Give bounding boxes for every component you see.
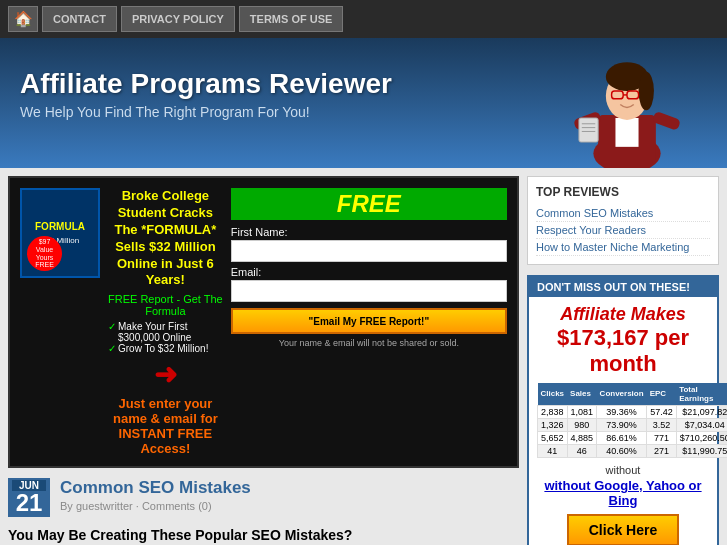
site-header: Affiliate Programs Reviewer We Help You … [0, 38, 727, 168]
earnings-cell-0-3: 57.42 [647, 405, 677, 418]
arrow-icon: ➜ [154, 359, 177, 390]
earnings-cell-1-4: $7,034.04 [676, 418, 727, 431]
article-title-area: Common SEO Mistakes By guestwritter · Co… [60, 478, 519, 512]
top-reviews-title: TOP REVIEWS [536, 185, 710, 199]
earnings-cell-1-0: 1,326 [538, 418, 568, 431]
svg-rect-11 [579, 118, 598, 142]
article-header: JUN 21 Common SEO Mistakes By guestwritt… [8, 478, 519, 517]
article-body: You May Be Creating These Popular SEO Mi… [8, 525, 519, 545]
privacy-link[interactable]: PRIVACY POLICY [121, 6, 235, 32]
email-label: Email: [231, 266, 507, 278]
without-text: without [537, 464, 709, 476]
promo-headline: Broke College Student Cracks The *FORMUL… [108, 188, 223, 289]
top-review-3[interactable]: How to Master Niche Marketing [536, 239, 710, 256]
click-here-button[interactable]: Click Here [567, 514, 679, 545]
value-badge: $97ValueYoursFREE [27, 236, 62, 271]
promo-points: Make Your First $300,000 Online Grow To … [108, 321, 223, 354]
article-title[interactable]: Common SEO Mistakes [60, 478, 519, 498]
earnings-cell-0-4: $21,097.82 [676, 405, 727, 418]
promo-book-image: FORMULA $32 Million $97ValueYoursFREE [20, 188, 100, 278]
earnings-cell-1-2: 73.90% [597, 418, 647, 431]
promo-cta-text: Just enter your name & email for INSTANT… [108, 396, 223, 456]
top-review-1[interactable]: Common SEO Mistakes [536, 205, 710, 222]
promo-subhead: FREE Report - Get The Formula [108, 293, 223, 317]
earnings-cell-3-3: 271 [647, 444, 677, 457]
earnings-table: Clicks Sales Conversion EPC Total Earnin… [537, 383, 727, 458]
home-icon: 🏠 [14, 10, 33, 28]
promo-right: FREE First Name: Email: "Email My FREE R… [231, 188, 507, 348]
col-earnings: Total Earnings [676, 383, 727, 406]
svg-rect-2 [615, 118, 638, 147]
promo-point-2: Grow To $32 Million! [108, 343, 223, 354]
col-conv: Conversion [597, 383, 647, 406]
first-name-input[interactable] [231, 240, 507, 262]
mascot-figure [567, 43, 687, 168]
svg-point-5 [639, 72, 654, 110]
first-name-label: First Name: [231, 226, 507, 238]
earnings-cell-3-1: 46 [567, 444, 597, 457]
dont-miss-header: DON'T MISS OUT ON THESE! [529, 277, 717, 297]
left-content: FORMULA $32 Million $97ValueYoursFREE Br… [8, 176, 519, 545]
free-badge: FREE [231, 188, 507, 220]
earnings-cell-0-1: 1,081 [567, 405, 597, 418]
earnings-cell-3-0: 41 [538, 444, 568, 457]
dont-miss-content: Affiliate Makes $173,167 per month Click… [529, 297, 717, 545]
contact-link[interactable]: CONTACT [42, 6, 117, 32]
col-epc: EPC [647, 383, 677, 406]
earnings-cell-3-2: 40.60% [597, 444, 647, 457]
top-reviews-list: Common SEO Mistakes Respect Your Readers… [536, 205, 710, 256]
earnings-cell-3-4: $11,990.75 [676, 444, 727, 457]
earnings-cell-2-0: 5,652 [538, 431, 568, 444]
promo-disclaimer: Your name & email will not be shared or … [231, 338, 507, 348]
svg-rect-10 [652, 111, 681, 131]
main-container: FORMULA $32 Million $97ValueYoursFREE Br… [0, 168, 727, 545]
earnings-cell-1-1: 980 [567, 418, 597, 431]
article-meta: By guestwritter · Comments (0) [60, 500, 519, 512]
submit-button[interactable]: "Email My FREE Report!" [231, 308, 507, 334]
col-clicks: Clicks [538, 383, 568, 406]
earnings-cell-0-2: 39.36% [597, 405, 647, 418]
dont-miss-box: DON'T MISS OUT ON THESE! Affiliate Makes… [527, 275, 719, 545]
top-reviews-box: TOP REVIEWS Common SEO Mistakes Respect … [527, 176, 719, 265]
article-day: 21 [16, 489, 43, 516]
terms-link[interactable]: TERMS OF USE [239, 6, 344, 32]
navigation: 🏠 CONTACT PRIVACY POLICY TERMS OF USE [0, 0, 727, 38]
earnings-cell-2-2: 86.61% [597, 431, 647, 444]
promo-center: Broke College Student Cracks The *FORMUL… [108, 188, 223, 456]
col-sales: Sales [567, 383, 597, 406]
earnings-cell-1-3: 3.52 [647, 418, 677, 431]
email-input[interactable] [231, 280, 507, 302]
top-review-2[interactable]: Respect Your Readers [536, 222, 710, 239]
promo-box: FORMULA $32 Million $97ValueYoursFREE Br… [8, 176, 519, 468]
home-button[interactable]: 🏠 [8, 6, 38, 32]
date-badge: JUN 21 [8, 478, 50, 517]
earnings-cell-0-0: 2,838 [538, 405, 568, 418]
right-sidebar: TOP REVIEWS Common SEO Mistakes Respect … [519, 176, 719, 545]
promo-point-1: Make Your First $300,000 Online [108, 321, 223, 343]
article-section-title: You May Be Creating These Popular SEO Mi… [8, 525, 519, 545]
earnings-cell-2-1: 4,885 [567, 431, 597, 444]
affiliate-makes-amount: $173,167 per month [537, 325, 709, 377]
earnings-cell-2-4: $710,260.50 [676, 431, 727, 444]
affiliate-makes-title: Affiliate Makes [537, 305, 709, 325]
brand-names: without Google, Yahoo or Bing [537, 478, 709, 508]
earnings-cell-2-3: 771 [647, 431, 677, 444]
